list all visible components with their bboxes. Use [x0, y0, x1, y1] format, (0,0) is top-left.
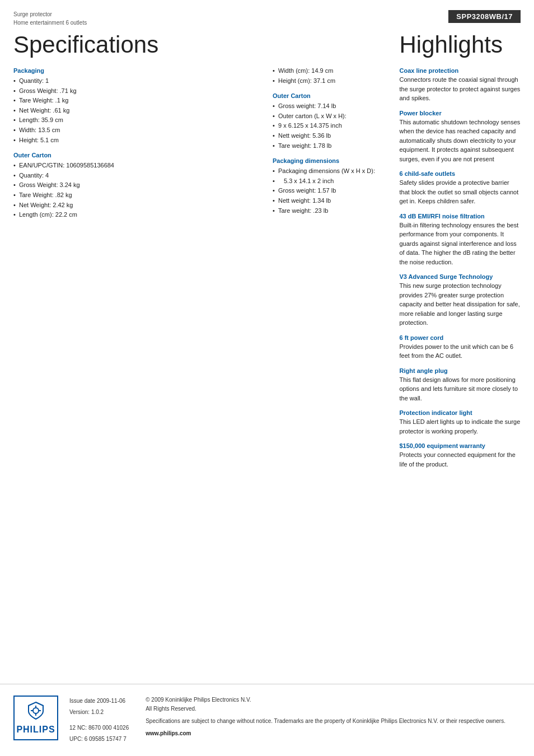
- list-item: Length: 35.9 cm: [13, 115, 256, 125]
- outer-carton-mid-list: Gross weight: 7.14 lb Outer carton (L x …: [273, 101, 388, 151]
- section-heading-pkg-dimensions: Packaging dimensions: [273, 157, 388, 164]
- list-item indent: 9 x 6.125 x 14.375 inch: [273, 121, 388, 131]
- nc-line: 12 NC: 8670 000 41026: [69, 722, 129, 734]
- right-column: Highlights Coax line protection Connecto…: [394, 27, 521, 475]
- highlight-heading: Power blocker: [400, 110, 521, 116]
- highlight-power-cord: 6 ft power cord Provides power to the un…: [400, 334, 521, 361]
- main-content: Specifications Packaging Quantity: 1 Gro…: [0, 27, 534, 475]
- website[interactable]: www.philips.com: [146, 729, 521, 738]
- section-heading-outer-carton: Outer Carton: [13, 152, 256, 158]
- version-label: Version: 1.0.2: [69, 707, 129, 718]
- list-item: Gross weight: 7.14 lb: [273, 101, 388, 111]
- highlight-heading: $150,000 equipment warranty: [400, 442, 521, 449]
- section-heading-outer-carton-mid: Outer Carton: [273, 92, 388, 99]
- philips-logo: PHILIPS: [13, 696, 58, 740]
- highlight-coax: Coax line protection Connectors route th…: [400, 67, 521, 103]
- svg-point-0: [33, 708, 39, 713]
- highlight-emi: 43 dB EMI/RFI noise filtration Built-in …: [400, 213, 521, 267]
- product-sub: Home entertainment 6 outlets: [13, 18, 87, 27]
- list-item: Tare Weight: .1 kg: [13, 96, 256, 106]
- copyright: © 2009 Koninklijke Philips Electronics N…: [146, 696, 521, 704]
- highlights-title: Highlights: [400, 31, 521, 58]
- page-footer: PHILIPS Issue date 2009-11-06 Version: 1…: [0, 684, 534, 756]
- highlight-right-angle: Right angle plug This flat design allows…: [400, 367, 521, 403]
- list-item: EAN/UPC/GTIN: 10609585136684: [13, 161, 256, 171]
- pkg-dimensions-list: Packaging dimensions (W x H x D): 5.3 x …: [273, 166, 388, 216]
- list-item: Gross Weight: 3.24 kg: [13, 180, 256, 190]
- highlight-text: Safety slides provide a protective barri…: [400, 178, 521, 206]
- highlight-warranty: $150,000 equipment warranty Protects you…: [400, 442, 521, 469]
- highlight-protection-indicator: Protection indicator light This LED aler…: [400, 409, 521, 436]
- packaging-list: Quantity: 1 Gross Weight: .71 kg Tare We…: [13, 76, 256, 145]
- section-heading-packaging: Packaging: [13, 67, 256, 74]
- highlight-text: This flat design allows for more positio…: [400, 375, 521, 403]
- logo-text: PHILIPS: [16, 725, 55, 735]
- model-number: SPP3208WB/17: [448, 10, 521, 23]
- header-product-info: Surge protector Home entertainment 6 out…: [13, 10, 87, 27]
- list-item: Nett weight: 5.36 lb: [273, 131, 388, 141]
- page-header: Surge protector Home entertainment 6 out…: [0, 0, 534, 27]
- left-column: Specifications Packaging Quantity: 1 Gro…: [13, 27, 267, 475]
- upc-line: UPC: 6 09585 15747 7: [69, 734, 129, 745]
- highlight-heading: Coax line protection: [400, 67, 521, 74]
- highlight-child-safe: 6 child-safe outlets Safety slides provi…: [400, 170, 521, 206]
- highlight-heading: 6 ft power cord: [400, 334, 521, 341]
- list-item: Nett weight: 1.34 lb: [273, 196, 388, 206]
- issue-date-label: Issue date 2009-11-06: [69, 696, 129, 707]
- list-item: Packaging dimensions (W x H x D):: [273, 166, 388, 176]
- highlight-text: Protects your connected equipment for th…: [400, 450, 521, 469]
- list-item: Height: 5.1 cm: [13, 136, 256, 146]
- highlight-text: This new surge protection technology pro…: [400, 281, 521, 328]
- product-type: Surge protector: [13, 10, 87, 18]
- nc-info: 12 NC: 8670 000 41026 UPC: 6 09585 15747…: [69, 722, 129, 745]
- list-item: Tare weight: .23 lb: [273, 206, 388, 216]
- highlight-heading: Protection indicator light: [400, 409, 521, 416]
- list-item: Tare weight: 1.78 lb: [273, 141, 388, 151]
- middle-column: Width (cm): 14.9 cm Height (cm): 37.1 cm…: [267, 27, 394, 475]
- list-item: Net Weight: 2.42 kg: [13, 200, 256, 211]
- rights: All Rights Reserved.: [146, 704, 521, 713]
- highlight-text: This automatic shutdown technology sense…: [400, 118, 521, 164]
- highlight-heading: 6 child-safe outlets: [400, 170, 521, 177]
- highlight-v3-surge: V3 Advanced Surge Technology This new su…: [400, 273, 521, 328]
- highlight-text: Connectors route the coaxial signal thro…: [400, 75, 521, 103]
- logo-shield-icon: [27, 701, 44, 724]
- footer-info: Issue date 2009-11-06 Version: 1.0.2 12 …: [69, 696, 521, 745]
- list-item: Height (cm): 37.1 cm: [273, 76, 388, 86]
- list-item: Quantity: 1: [13, 76, 256, 86]
- page-title: Specifications: [13, 31, 256, 58]
- outer-carton-list: EAN/UPC/GTIN: 10609585136684 Quantity: 4…: [13, 161, 256, 220]
- list-item: Quantity: 4: [13, 171, 256, 181]
- disclaimer: Specifications are subject to change wit…: [146, 717, 521, 726]
- list-item: Width: 13.5 cm: [13, 125, 256, 136]
- list-item: 5.3 x 14.1 x 2 inch: [273, 176, 388, 186]
- highlight-power-blocker: Power blocker This automatic shutdown te…: [400, 110, 521, 164]
- list-item: Length (cm): 22.2 cm: [13, 210, 256, 220]
- highlight-heading: V3 Advanced Surge Technology: [400, 273, 521, 280]
- highlight-text: Provides power to the unit which can be …: [400, 342, 521, 361]
- footer-col3: © 2009 Koninklijke Philips Electronics N…: [146, 696, 521, 745]
- footer-col1: Issue date 2009-11-06 Version: 1.0.2 12 …: [69, 696, 129, 745]
- list-item: Gross weight: 1.57 lb: [273, 186, 388, 196]
- highlight-heading: Right angle plug: [400, 367, 521, 374]
- list-item: Gross Weight: .71 kg: [13, 86, 256, 96]
- highlight-heading: 43 dB EMI/RFI noise filtration: [400, 213, 521, 220]
- list-item: Net Weight: .61 kg: [13, 106, 256, 116]
- list-item indent: Outer carton (L x W x H):: [273, 111, 388, 122]
- highlight-text: This LED alert lights up to indicate the…: [400, 417, 521, 436]
- highlight-text: Built-in filtering technology ensures th…: [400, 221, 521, 267]
- list-item: Tare Weight: .82 kg: [13, 190, 256, 200]
- list-item: Width (cm): 14.9 cm: [273, 66, 388, 76]
- packaging-continued-list: Width (cm): 14.9 cm Height (cm): 37.1 cm: [273, 66, 388, 86]
